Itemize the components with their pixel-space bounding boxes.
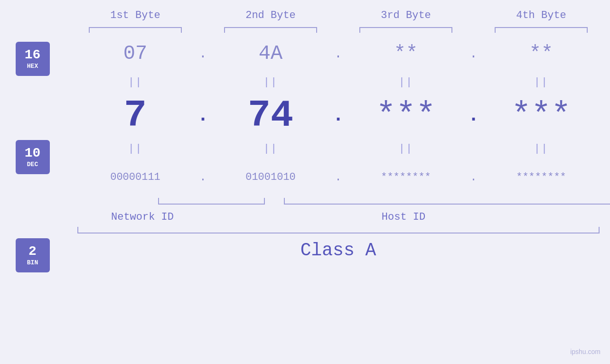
- dec-dot-1: .: [197, 105, 208, 126]
- bracket-4: [495, 27, 588, 33]
- hex-byte-1: 07: [123, 42, 147, 65]
- eq-3: ||: [348, 76, 464, 88]
- column-headers: 1st Byte 2nd Byte 3rd Byte 4th Byte: [77, 9, 600, 25]
- dec-byte-4-col: ***: [483, 97, 600, 134]
- hex-sep-1: .: [194, 47, 213, 61]
- hex-byte-4-col: **: [483, 42, 600, 65]
- hex-badge: 16 HEX: [16, 42, 50, 76]
- eq-2: ||: [213, 76, 329, 88]
- bracket-2: [224, 27, 317, 33]
- dec-byte-3: ***: [376, 97, 436, 134]
- bin-byte-1: 00000111: [110, 171, 160, 183]
- bin-row: 00000111 . 01001010 . ******** . *******…: [77, 158, 600, 196]
- bracket-cell-2: [213, 25, 329, 35]
- hex-byte-2-col: 4A: [213, 42, 329, 65]
- full-bottom-bracket-row: [77, 227, 600, 236]
- bin-sep-1: .: [194, 171, 213, 184]
- bin-byte-3: ********: [381, 171, 431, 183]
- bin-sep-2: .: [329, 171, 348, 184]
- hex-byte-3-col: **: [348, 42, 464, 65]
- bin-sep-3: .: [464, 171, 483, 184]
- bin-byte-1-col: 00000111: [77, 171, 194, 183]
- hex-label: HEX: [27, 63, 38, 70]
- rows-wrapper: 16 HEX 10 DEC 2 BIN 07 . 4A .: [77, 35, 600, 261]
- hex-byte-3: **: [394, 42, 418, 65]
- id-labels: Network ID Host ID: [77, 211, 600, 223]
- dec-sep-3: .: [464, 105, 483, 126]
- eq-1: ||: [77, 76, 194, 88]
- class-label-row: Class A: [77, 240, 600, 261]
- bin-byte-4: ********: [516, 171, 566, 183]
- bin-dot-3: .: [470, 171, 477, 184]
- network-id-text: Network ID: [111, 211, 174, 223]
- dec-byte-2-col: 74: [213, 94, 329, 137]
- equals-row-1: || || || ||: [77, 73, 600, 92]
- equals-row-2: || || || ||: [77, 139, 600, 158]
- hex-byte-1-col: 07: [77, 42, 194, 65]
- bin-byte-3-col: ********: [348, 171, 464, 183]
- col-header-4: 4th Byte: [483, 9, 600, 25]
- dec-label: DEC: [27, 161, 38, 168]
- bin-dot-2: .: [335, 171, 341, 184]
- top-brackets: [77, 25, 600, 35]
- eq2-1: ||: [77, 143, 194, 155]
- bottom-brackets: [144, 198, 610, 209]
- dec-byte-2: 74: [248, 94, 293, 137]
- dec-byte-1: 7: [124, 94, 147, 137]
- hex-sep-2: .: [329, 47, 348, 61]
- dec-dot-2: .: [332, 105, 344, 126]
- bin-byte-2-col: 01001010: [213, 171, 329, 183]
- bin-label: BIN: [27, 259, 38, 266]
- network-id-label: Network ID: [77, 211, 208, 223]
- bin-number: 2: [28, 244, 37, 259]
- col-header-1: 1st Byte: [77, 9, 194, 25]
- eq2-3: ||: [348, 143, 464, 155]
- bin-byte-4-col: ********: [483, 171, 600, 183]
- host-id-text: Host ID: [382, 211, 425, 223]
- host-bracket: [284, 198, 610, 205]
- full-bottom-bracket: [77, 227, 600, 233]
- dec-badge: 10 DEC: [16, 140, 50, 174]
- hex-number: 16: [25, 48, 41, 63]
- host-id-label: Host ID: [208, 211, 600, 223]
- class-label: Class A: [300, 240, 376, 261]
- dec-sep-2: .: [329, 105, 348, 126]
- main-container: 1st Byte 2nd Byte 3rd Byte 4th Byte 16: [0, 0, 610, 364]
- dec-number: 10: [25, 146, 41, 161]
- bin-dot-1: .: [199, 171, 206, 184]
- bracket-3: [359, 27, 452, 33]
- col-header-2: 2nd Byte: [213, 9, 329, 25]
- hex-row: 07 . 4A . ** . **: [77, 35, 600, 73]
- dec-sep-1: .: [194, 105, 213, 126]
- eq2-4: ||: [483, 143, 600, 155]
- hex-byte-4: **: [529, 42, 553, 65]
- eq2-2: ||: [213, 143, 329, 155]
- network-bracket: [158, 198, 265, 205]
- dec-byte-4: ***: [511, 97, 571, 134]
- bin-byte-2: 01001010: [245, 171, 296, 183]
- col-header-3: 3rd Byte: [348, 9, 464, 25]
- eq-4: ||: [483, 76, 600, 88]
- bracket-1: [89, 27, 182, 33]
- dec-dot-3: .: [468, 105, 479, 126]
- bracket-cell-1: [77, 25, 194, 35]
- dec-byte-3-col: ***: [348, 97, 464, 134]
- bracket-cell-4: [483, 25, 600, 35]
- bracket-cell-3: [348, 25, 464, 35]
- dec-byte-1-col: 7: [77, 94, 194, 137]
- bin-badge: 2 BIN: [16, 238, 50, 272]
- hex-byte-2: 4A: [259, 42, 282, 65]
- badges-column: 16 HEX 10 DEC 2 BIN: [16, 35, 50, 282]
- hex-sep-3: .: [464, 47, 483, 61]
- watermark: ipshu.com: [570, 348, 601, 355]
- dec-row: 7 . 74 . *** . ***: [77, 92, 600, 139]
